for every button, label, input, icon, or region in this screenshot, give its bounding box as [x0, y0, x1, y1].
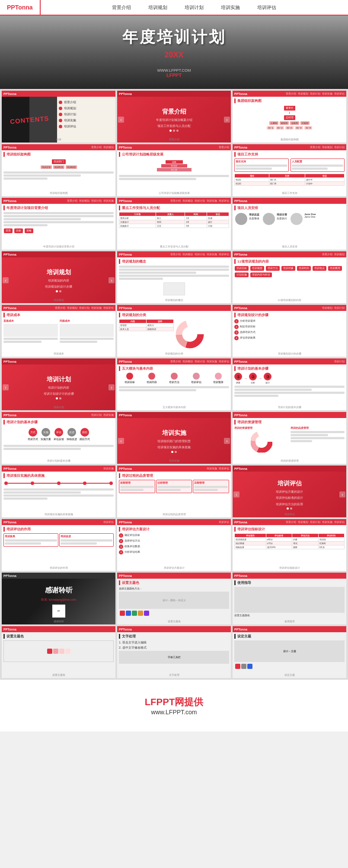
line-2 — [291, 434, 329, 436]
step-3: 3 选择培训方式 — [234, 330, 345, 335]
next-arrow[interactable]: › — [109, 277, 115, 283]
slide-body: ‹ › 培训计划 培训计划的内容 培训计划设计计的步骤 — [2, 364, 115, 410]
prev-arrow[interactable]: ‹ — [3, 277, 9, 283]
header-logo: PPTonna — [234, 92, 247, 95]
slide-train-org[interactable]: PPTonna 背景介绍 培训规划 培训组织架构图 培训部门 培训主管 培训专员… — [2, 144, 115, 196]
nav-item-schedule[interactable]: 培训计划 — [185, 4, 204, 11]
next-arrow[interactable]: › — [109, 384, 115, 390]
person-card-2: 培训主管 负责执行 — [262, 212, 288, 226]
slide-project-staff[interactable]: PPTonna 项目人员安排 培训总监 负责整体 培训主管 负责执行 — [233, 198, 346, 250]
table-row: 知识掌握 ≥70分 考试 结束时 — [235, 542, 345, 545]
slide-bg-intro-red[interactable]: PPTonna ‹ › 背景介绍 年度培训计划项目概要介绍 项目工作安排与人员分… — [117, 91, 231, 143]
slide-eval-usage[interactable]: PPTonna 培训评估 培训评估的作用 培训效果 培训改进 培训评估的作用 — [2, 519, 115, 571]
slide-company-strategy[interactable]: PPTonna 背景介绍 公司培训计划战略层级发展 战略 管理层 员工层 — [117, 144, 231, 196]
slide-train-plan-red[interactable]: PPTonna ‹ › 培训规划 培训规划的内容 培训规划的设计步骤 培训规划 — [2, 251, 115, 303]
slide-project-work[interactable]: PPTonna 背景介绍 培训规划 培训计划 项目工作支持 项目支持 人员配置 — [233, 144, 346, 196]
slide-usage-main[interactable]: PPTonna 设定主题 设计→主题 设定主题 — [233, 626, 346, 678]
section-title: 培训评估的作用 — [3, 527, 114, 532]
cost-indirect: 间接成本 — [60, 319, 114, 344]
step-num-2: 2 — [119, 539, 123, 543]
slide-caption: 感谢聆听 — [2, 620, 115, 624]
budget-title-1: 培训的资源管理 — [234, 426, 289, 430]
th-1: 内容 — [119, 320, 147, 323]
prev-arrow[interactable]: ‹ — [118, 117, 124, 123]
line-1 — [119, 175, 229, 177]
slide-org-structure[interactable]: PPTonna 背景介绍 培训规划 培训计划 培训实施 培训评估 集团组织架构图… — [233, 91, 346, 143]
header-logo: PPTonna — [3, 414, 16, 417]
slide-train-plan-red2[interactable]: PPTonna ‹ › 培训计划 培训计划的内容 培训计划设计计的步骤 培训计划 — [2, 358, 115, 410]
td-1: 培训2 — [235, 182, 269, 186]
line-2 — [3, 491, 81, 494]
division-chart — [175, 319, 230, 350]
th-person: 负责人 — [156, 212, 185, 216]
nav-item-eval[interactable]: 培训评估 — [257, 4, 276, 11]
slide-thanks[interactable]: PPTonna 感谢聆听 联系: tonnaiang@live.com QR 感… — [2, 573, 115, 624]
slide-train-plan-concept[interactable]: PPTonna 背景介绍 培训规划 培训计划 培训实施 培训评估 培训规划的概念 — [117, 251, 231, 303]
slide-key-work[interactable]: PPTonna 背景介绍 培训规划 培训计划 培训实施 培训评估 重点工作安排与… — [117, 198, 231, 250]
header-nav: 培训规划 培训计划 — [322, 306, 345, 310]
nav-1: 背景介绍 — [286, 92, 296, 96]
org-mid: 总经理 — [284, 115, 295, 120]
header-nav: 背景介绍 培训规划 培训计划 培训实施 培训评估 — [170, 199, 229, 203]
person-title-2: 负责执行 — [277, 217, 287, 221]
division-content: 内容 说明 管理层 领导力 技术人员 技能培训 — [119, 319, 229, 350]
slide-train-plan-basic1[interactable]: PPTonna 培训计划 培训计划的基本步骤 ① 调查 → ② 分析 → ③ — [233, 358, 346, 410]
slide-bg-intro-detail[interactable]: PPTonna 背景介绍 培训规划 培训计划 培训实施 年度培训计划项目背景介绍… — [2, 198, 115, 250]
slide-contents[interactable]: PPTonna CONTENTS 背景介绍 培训规划 培训计划 — [2, 91, 115, 143]
pie-container — [251, 431, 272, 448]
slide-train-impl-timeline[interactable]: PPTonna 培训实施 培训项目实施的具体措施 — [2, 466, 115, 517]
slide-eval-plan-design[interactable]: PPTonna 培训评估 培训评估方案设计 1 确定评估目标 2 选择评估方法 … — [117, 519, 231, 571]
prev-arrow[interactable]: ‹ — [118, 438, 124, 444]
next-arrow[interactable]: › — [224, 117, 230, 123]
org-dept-4: 行政部 — [300, 121, 310, 125]
section-title: 培训评估指标设计 — [234, 527, 345, 532]
nav-2: 培训规划 — [334, 253, 345, 257]
slide-train-cost[interactable]: PPTonna 背景介绍 培训规划 培训计划 培训实施 培训评估 培训成本 直接… — [2, 305, 115, 357]
slide-sub2: 培训计划设计计的步骤 — [44, 392, 74, 396]
key-work-table: 工作项 负责人 时间 状态 需求分析 张三 1月 完成 方案设计 — [119, 212, 229, 228]
nav-item-bg[interactable]: 背景介绍 — [112, 4, 131, 11]
nav-1: 培训评估 — [219, 520, 229, 524]
slide-caption: 培训规划设计的步骤 — [233, 352, 346, 356]
org-dept-2: 培训专员 — [53, 165, 64, 169]
hero-url: WWW.LFPPT.COM — [122, 68, 226, 73]
slide-train-plan-design[interactable]: PPTonna 培训规划 培训计划 培训规划设计的步骤 1 分析培训需求 2 制… — [233, 305, 346, 357]
prev-arrow[interactable]: ‹ — [233, 491, 239, 497]
slide-sub1: 年度培训计划项目概要介绍 — [156, 118, 192, 123]
slide-five-modules[interactable]: PPTonna 背景介绍 培训规划 培训计划 培训实施 培训评估 五大模块与基本… — [117, 358, 231, 410]
line-3 — [3, 494, 114, 497]
slide-train-plan-content[interactable]: PPTonna 背景介绍 培训规划 11项培训规划的内容 培训目标 培训规模 培… — [233, 251, 346, 303]
slide-dots — [169, 130, 179, 132]
slide-eval-standard[interactable]: PPTonna 背景介绍 培训规划 培训计划 培训实施 培训评估 培训评估指标设… — [233, 519, 346, 571]
slide-usage-guide2[interactable]: PPTonna 使用指导 设置主题颜色 使用指导 — [233, 573, 346, 624]
next-arrow[interactable]: › — [339, 491, 345, 497]
pyramid-row-1: 战略 — [166, 160, 183, 164]
slide-train-impl-red[interactable]: PPTonna ‹ › 培训实施 培训组织部门的管理职责 培训项目实施的具体措施… — [117, 412, 231, 464]
table-row: 实施执行 王五 3月 计划 — [119, 224, 229, 228]
slide-train-plan-basic2[interactable]: PPTonna 培训计划 培训实施 培训计划的基本步骤 方式 培训方式 实施 实… — [2, 412, 115, 464]
slide-header: PPTonna — [233, 626, 346, 632]
slide-usage-color[interactable]: PPTonna 设置主题色 选择主题颜色方法： 设计→颜色→自定义 设置主题色 — [117, 573, 231, 624]
slide-usage-font[interactable]: PPTonna 文字处理 1. 双击文字进入编辑 2. 选中文字修改格式 字体工… — [117, 626, 231, 678]
tl-dot-4 — [83, 482, 86, 485]
nav-item-plan[interactable]: 培训规划 — [148, 4, 167, 11]
slide-train-mgmt-budget[interactable]: PPTonna 培训的资源管理 培训的资源管理 培训的品质管理 — [233, 412, 346, 464]
slide-eval-red[interactable]: PPTonna ‹ › 培训评估 培训评估方案的设计 培训评估标准的设计 培训评… — [233, 466, 346, 517]
slide-body: 使用指导 设置主题颜色 — [233, 579, 346, 624]
slide-train-process-mgmt[interactable]: PPTonna 培训实施 培训评估 培训过程的品质管理 前期管理 过程管理 — [117, 466, 231, 517]
prev-arrow[interactable]: ‹ — [3, 384, 9, 390]
slide-header: PPTonna — [233, 198, 346, 204]
nav-item-impl[interactable]: 培训实施 — [221, 4, 240, 11]
theme-guide: 设计→主题 — [234, 640, 345, 670]
tl-dot-5 — [109, 482, 113, 485]
line — [194, 486, 228, 488]
slide-sub1: 培训评估方案的设计 — [276, 490, 303, 494]
slide-train-plan-division[interactable]: PPTonna 培训规划的分类 内容 说明 管理层 — [117, 305, 231, 357]
cost-direct-title: 直接成本 — [3, 319, 58, 323]
nav-1: 背景介绍 — [322, 253, 332, 257]
td-4: 完成 — [207, 216, 229, 220]
next-arrow[interactable]: › — [224, 438, 230, 444]
slide-usage-guide3[interactable]: PPTonna 设置主题色 设置主题色 — [2, 626, 115, 678]
nav-2: 培训规划 — [182, 360, 193, 364]
step-text-3: 选择培训方式 — [240, 330, 255, 334]
